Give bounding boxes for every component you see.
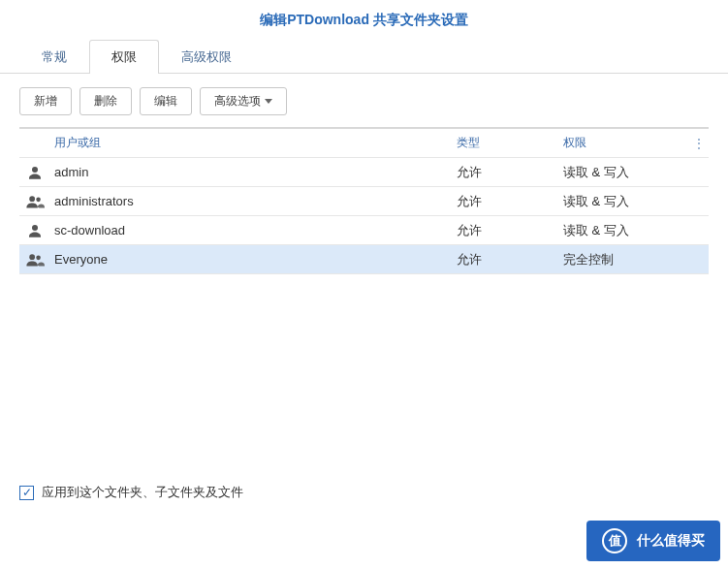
group-icon <box>19 193 50 210</box>
svg-point-0 <box>32 167 38 173</box>
row-type: 允许 <box>457 251 563 269</box>
dialog-title: 编辑PTDownload 共享文件夹设置 <box>0 0 728 39</box>
header-permission[interactable]: 权限 <box>563 135 689 151</box>
apply-to-children-row: ✓ 应用到这个文件夹、子文件夹及文件 <box>19 484 243 501</box>
delete-button[interactable]: 删除 <box>79 87 132 115</box>
tab-strip: 常规权限高级权限 <box>0 39 728 74</box>
watermark-text: 什么值得买 <box>637 532 705 550</box>
svg-point-1 <box>29 196 35 202</box>
svg-point-5 <box>36 255 41 260</box>
advanced-options-label: 高级选项 <box>214 93 261 110</box>
tab-2[interactable]: 高级权限 <box>159 40 254 74</box>
table-row[interactable]: sc-download允许读取 & 写入 <box>19 216 709 245</box>
row-name: sc-download <box>50 223 457 237</box>
row-permission: 读取 & 写入 <box>563 193 689 210</box>
header-menu-icon[interactable]: ⋮ <box>689 137 709 150</box>
toolbar: 新增 删除 编辑 高级选项 <box>0 74 728 127</box>
chevron-down-icon <box>265 99 272 104</box>
edit-button[interactable]: 编辑 <box>140 87 192 115</box>
svg-point-4 <box>29 254 35 260</box>
add-button[interactable]: 新增 <box>19 87 72 115</box>
tab-0[interactable]: 常规 <box>19 40 89 74</box>
row-permission: 读取 & 写入 <box>563 222 689 239</box>
row-name: administrators <box>50 194 457 208</box>
table-row[interactable]: admin允许读取 & 写入 <box>19 158 709 187</box>
row-permission: 完全控制 <box>563 251 689 269</box>
group-icon <box>19 251 50 269</box>
permissions-grid: 用户或组 类型 权限 ⋮ admin允许读取 & 写入administrator… <box>19 127 709 274</box>
user-icon <box>19 164 50 181</box>
tab-1[interactable]: 权限 <box>89 40 159 74</box>
row-type: 允许 <box>457 222 563 239</box>
row-type: 允许 <box>457 164 563 181</box>
row-name: Everyone <box>50 252 457 267</box>
header-type[interactable]: 类型 <box>457 135 563 151</box>
apply-checkbox-label: 应用到这个文件夹、子文件夹及文件 <box>42 484 243 501</box>
user-icon <box>19 222 50 239</box>
svg-point-2 <box>36 197 41 202</box>
zhi-badge-icon: 值 <box>602 528 627 553</box>
row-name: admin <box>50 165 457 179</box>
row-type: 允许 <box>457 193 563 210</box>
row-permission: 读取 & 写入 <box>563 164 689 181</box>
table-row[interactable]: Everyone允许完全控制 <box>19 245 709 274</box>
watermark-banner: 值 什么值得买 <box>586 521 720 561</box>
svg-point-3 <box>32 225 38 231</box>
grid-header-row: 用户或组 类型 权限 ⋮ <box>19 129 709 158</box>
header-user-group[interactable]: 用户或组 <box>50 135 457 151</box>
table-row[interactable]: administrators允许读取 & 写入 <box>19 187 709 216</box>
apply-checkbox[interactable]: ✓ <box>19 486 34 500</box>
advanced-options-button[interactable]: 高级选项 <box>200 87 287 115</box>
